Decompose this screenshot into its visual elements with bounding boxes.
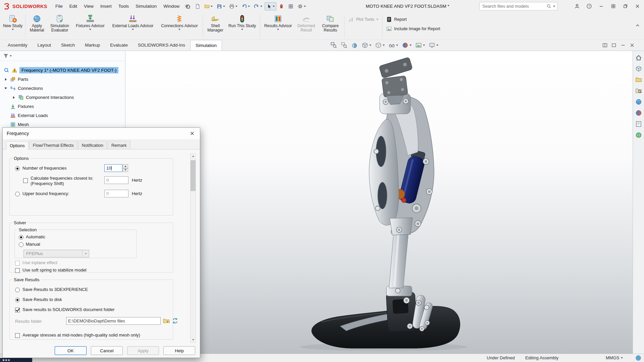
ribbon-include-image-for-report-button[interactable]: Include Image for Report [386, 26, 440, 32]
spinner-up-button[interactable] [123, 164, 128, 168]
dialog-titlebar[interactable]: Frequency [3, 128, 200, 139]
new-document-button[interactable] [193, 2, 202, 10]
ribbon-collapse-icon[interactable] [635, 24, 640, 27]
tab-markup[interactable]: Markup [80, 40, 105, 51]
help-icon[interactable]: ? [583, 0, 595, 12]
average-stresses-checkbox[interactable] [15, 333, 20, 338]
custom-properties-icon[interactable] [635, 121, 642, 127]
dialog-tab-options[interactable]: Options [6, 141, 29, 149]
home-icon[interactable] [635, 54, 642, 61]
mouse-gestures-button[interactable] [277, 2, 286, 10]
solver-select[interactable]: FFEPlus [23, 250, 89, 257]
scroll-up-button[interactable] [191, 154, 196, 159]
home-button[interactable] [184, 2, 193, 10]
ribbon-fixtures-advisor-button[interactable]: Fixtures Advisor [73, 13, 108, 39]
open-button[interactable] [203, 2, 214, 10]
workspace-grid-button[interactable] [607, 0, 619, 12]
tree-item-connections[interactable]: Connections [0, 84, 125, 93]
menu-view[interactable]: View [80, 2, 97, 10]
ribbon-compare-results-button[interactable]: Compare Results [318, 13, 342, 39]
soft-spring-checkbox[interactable] [15, 268, 20, 273]
ribbon-run-this-study-button[interactable]: Run This Study [226, 13, 258, 39]
select-tool-button[interactable] [265, 2, 276, 10]
dialog-tab-flow-thermal-effects[interactable]: Flow/Thermal Effects [29, 141, 77, 149]
results-folder-input[interactable]: E:\DEMO\BioDapt\Demo files [66, 317, 161, 325]
close-button[interactable] [631, 0, 643, 12]
expand-arrow-icon[interactable] [11, 96, 16, 99]
browse-folder-icon[interactable] [163, 317, 170, 324]
globe-status-icon[interactable] [635, 355, 641, 361]
model-browser-icon[interactable] [635, 65, 642, 72]
restore-button[interactable] [619, 0, 631, 12]
tree-item-label[interactable]: Fixtures [18, 104, 34, 109]
section-view-icon[interactable] [351, 42, 358, 49]
collapse-arrow-icon[interactable] [3, 87, 8, 89]
filter-dropdown-arrow[interactable] [10, 55, 12, 57]
search-dropdown-arrow[interactable] [553, 6, 555, 7]
cancel-button[interactable]: Cancel [91, 346, 123, 355]
tree-item-label[interactable]: Mesh [18, 122, 29, 127]
apply-scene-icon[interactable] [415, 42, 425, 49]
expand-arrow-icon[interactable] [3, 78, 8, 81]
tree-item-frequency-study[interactable]: Frequency 1* (-MOTO KNEE AND VF2 FOOT-) [0, 66, 125, 75]
touch-mode-button[interactable] [286, 2, 295, 10]
filter-funnel-icon[interactable] [3, 53, 9, 59]
zoom-area-icon[interactable] [341, 42, 347, 49]
tree-item-label[interactable]: Parts [18, 77, 29, 82]
display-style-icon[interactable] [375, 42, 385, 49]
search-input[interactable] [482, 3, 545, 9]
frequency-shift-input[interactable]: 0 [104, 176, 128, 184]
pane-minimize-icon[interactable] [621, 43, 626, 48]
spinner-down-button[interactable] [123, 168, 128, 172]
undo-button[interactable] [240, 2, 252, 10]
design-library-icon[interactable] [635, 76, 642, 83]
ribbon-results-advisor-button[interactable]: Results Advisor [262, 13, 294, 39]
upper-bound-frequency-input[interactable]: 0 [104, 190, 128, 197]
frequency-shift-checkbox[interactable] [23, 178, 28, 183]
save-to-3dexperience-radio[interactable] [15, 288, 20, 292]
tab-layout[interactable]: Layout [33, 40, 56, 51]
tree-item-label[interactable]: External Loads [18, 113, 48, 118]
ok-button[interactable]: OK [55, 346, 87, 355]
print-button[interactable] [227, 2, 239, 10]
file-explorer-icon[interactable] [635, 87, 642, 94]
menu-window[interactable]: Window [160, 2, 183, 10]
split-view-icon[interactable] [602, 43, 607, 48]
tab-simulation[interactable]: Simulation [190, 40, 222, 51]
menu-file[interactable]: File [52, 2, 66, 10]
ribbon-shell-manager-button[interactable]: Shell Manager [205, 13, 226, 39]
sw-document-folder-checkbox[interactable] [15, 308, 20, 312]
tab-sketch[interactable]: Sketch [56, 40, 80, 51]
profile-icon[interactable] [571, 0, 583, 12]
dialog-tab-notification[interactable]: Notification [78, 141, 107, 149]
view-palette-icon[interactable] [635, 99, 642, 105]
dialog-tab-remark[interactable]: Remark [108, 141, 130, 149]
units-selector[interactable]: MMGS [606, 354, 623, 362]
tree-item-label[interactable]: Component Interactions [26, 95, 74, 100]
tab-solidworks-add-ins[interactable]: SOLIDWORKS Add-Ins [133, 40, 190, 51]
view-settings-icon[interactable] [429, 42, 438, 49]
search-icon[interactable] [546, 4, 551, 9]
tab-evaluate[interactable]: Evaluate [105, 40, 133, 51]
menu-insert[interactable]: Insert [97, 2, 115, 10]
scroll-thumb[interactable] [191, 160, 196, 191]
tree-item-external-loads[interactable]: External Loads [0, 111, 125, 120]
prosthetic-leg-model[interactable] [125, 51, 633, 354]
pane-close-icon[interactable] [630, 43, 635, 48]
tab-assembly[interactable]: Assembly [3, 40, 33, 51]
help-button[interactable]: Help [163, 346, 195, 355]
tree-item-label[interactable]: Connections [18, 86, 43, 91]
forum-icon[interactable] [635, 132, 642, 138]
menu-simulation[interactable]: Simulation [132, 2, 160, 10]
zoom-fit-icon[interactable] [330, 42, 337, 49]
graphics-area[interactable] [125, 51, 633, 354]
menu-edit[interactable]: Edit [66, 2, 80, 10]
solver-automatic-radio[interactable] [19, 235, 23, 240]
appearances-scenes-icon[interactable] [635, 110, 642, 116]
options-gear-button[interactable] [296, 2, 308, 10]
tree-item-fixtures[interactable]: Fixtures [0, 102, 125, 111]
tree-item-label-selected[interactable]: Frequency 1* (-MOTO KNEE AND VF2 FOOT-) [19, 67, 118, 73]
ribbon-connections-advisor-button[interactable]: Connections Advisor [158, 13, 201, 39]
number-of-frequencies-radio[interactable] [15, 166, 20, 171]
windows-taskbar-fragment[interactable] [0, 358, 32, 362]
